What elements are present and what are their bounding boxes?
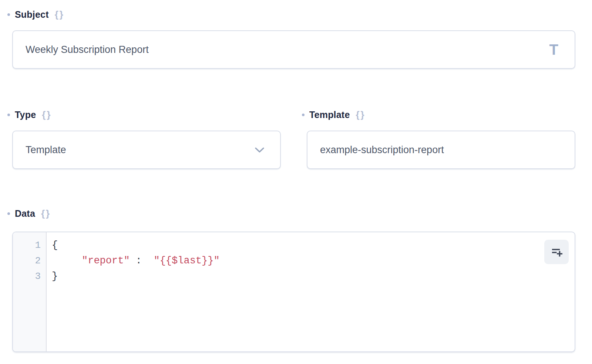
required-bullet xyxy=(7,13,10,16)
line-number: 1 xyxy=(13,237,41,253)
required-bullet xyxy=(7,212,10,215)
template-field: Template {} example-subscription-report xyxy=(307,108,575,169)
data-field: Data {} 1 2 3 { "report" : "{{$last}}" xyxy=(12,207,575,352)
expression-braces-icon[interactable]: {} xyxy=(55,9,64,20)
type-select[interactable]: Template xyxy=(12,131,281,169)
line-number: 2 xyxy=(13,253,41,269)
subject-label: Subject xyxy=(15,9,49,20)
editor-code-area[interactable]: { "report" : "{{$last}}" } xyxy=(47,232,575,351)
data-label: Data xyxy=(15,208,35,219)
code-token-string: "report" xyxy=(82,255,130,266)
code-token-string: "{{$last}}" xyxy=(154,255,219,266)
editor-line-number-gutter: 1 2 3 xyxy=(13,232,47,351)
subject-input[interactable]: Weekly Subscription Report T xyxy=(12,30,575,69)
template-input[interactable]: example-subscription-report xyxy=(307,131,575,169)
type-field: Type {} Template xyxy=(12,108,281,169)
type-label: Type xyxy=(15,109,36,120)
subject-input-value: Weekly Subscription Report xyxy=(26,44,149,55)
data-code-editor[interactable]: 1 2 3 { "report" : "{{$last}}" } xyxy=(12,232,575,352)
required-bullet xyxy=(7,114,10,116)
type-select-value: Template xyxy=(26,144,66,156)
format-json-button[interactable] xyxy=(544,240,569,264)
code-line: { xyxy=(52,237,575,253)
line-number: 3 xyxy=(13,269,41,284)
code-token: } xyxy=(52,271,58,282)
code-token: : xyxy=(136,255,148,266)
playlist-add-icon xyxy=(549,245,564,259)
code-token xyxy=(52,255,76,266)
template-input-value: example-subscription-report xyxy=(320,144,444,156)
subject-field: Subject {} Weekly Subscription Report T xyxy=(12,8,575,69)
data-label-row: Data {} xyxy=(7,207,575,220)
expression-braces-icon[interactable]: {} xyxy=(356,109,366,121)
code-line: "report" : "{{$last}}" xyxy=(52,253,575,269)
type-label-row: Type {} xyxy=(7,108,281,121)
text-format-icon[interactable]: T xyxy=(549,42,562,57)
expression-braces-icon[interactable]: {} xyxy=(41,208,51,219)
expression-braces-icon[interactable]: {} xyxy=(42,109,51,121)
node-settings-form: Subject {} Weekly Subscription Report T … xyxy=(0,0,592,352)
chevron-down-icon xyxy=(255,147,265,153)
required-bullet xyxy=(302,114,305,116)
subject-label-row: Subject {} xyxy=(7,8,575,21)
template-label-row: Template {} xyxy=(302,108,575,121)
type-template-row: Type {} Template Template {} example-sub… xyxy=(12,108,575,169)
code-line: } xyxy=(52,269,575,284)
template-label: Template xyxy=(309,109,350,120)
code-token: { xyxy=(52,240,58,251)
